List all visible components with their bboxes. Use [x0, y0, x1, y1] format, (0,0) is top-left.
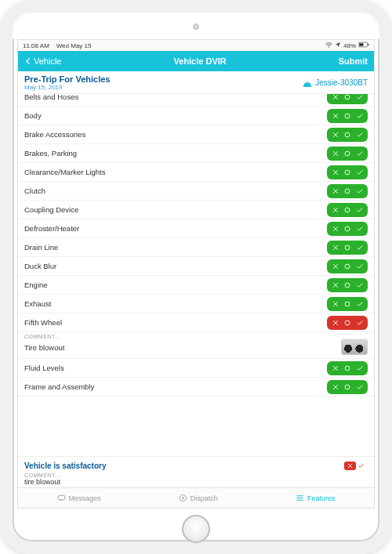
status-date: Wed May 15 [56, 42, 92, 49]
comment-label: COMMENT... [24, 334, 368, 339]
status-pill[interactable] [327, 259, 368, 273]
check-icon [356, 150, 364, 158]
x-icon [332, 281, 339, 289]
x-icon [332, 206, 339, 214]
inspection-row: Defroster/Heater [18, 219, 374, 238]
header-title: Vehicle DVIR [173, 56, 226, 66]
tab-messages-label: Messages [69, 494, 101, 502]
inspection-list: Belts and Hoses Body Brake Accessories B… [18, 94, 374, 456]
svg-point-14 [345, 226, 350, 231]
inspection-label: Engine [24, 281, 48, 289]
status-pill[interactable] [327, 241, 368, 255]
ios-status-bar: 11:08 AM Wed May 15 48% [18, 40, 374, 51]
x-icon [332, 94, 339, 101]
svg-rect-22 [58, 495, 64, 500]
inspection-label: Belts and Hoses [24, 94, 78, 101]
back-button[interactable]: Vehicle [24, 56, 61, 66]
comment-text: Tire blowout [24, 343, 64, 352]
x-icon [332, 244, 339, 252]
circle-icon [343, 263, 351, 270]
submit-button[interactable]: Submit [339, 56, 368, 66]
dispatch-icon [179, 494, 187, 502]
status-pill[interactable] [327, 203, 368, 217]
subheader: Pre-Trip For Vehicles May 15, 2019 Jessi… [18, 71, 374, 94]
form-title: Pre-Trip For Vehicles [24, 74, 110, 84]
messages-icon [57, 494, 66, 502]
inspection-label: Drain Line [24, 243, 58, 252]
status-pill[interactable] [327, 94, 368, 104]
circle-icon [343, 225, 351, 233]
circle-icon [343, 244, 351, 252]
features-icon [296, 494, 304, 502]
circle-icon [343, 319, 351, 327]
status-pill[interactable] [327, 316, 368, 330]
svg-point-7 [345, 95, 350, 100]
check-icon [356, 300, 364, 308]
comment-block: COMMENT... Tire blowout [18, 332, 374, 359]
inspection-row: Brakes, Parking [18, 144, 374, 163]
status-pill[interactable] [327, 147, 368, 161]
summary-pill[interactable] [341, 459, 368, 472]
inspection-row: Clutch [18, 182, 374, 201]
status-pill[interactable] [327, 165, 368, 179]
tab-features[interactable]: Features [296, 494, 336, 502]
status-pill[interactable] [327, 128, 368, 142]
status-pill[interactable] [327, 380, 368, 394]
svg-point-19 [345, 320, 350, 325]
status-pill[interactable] [327, 184, 368, 198]
tab-dispatch[interactable]: Dispatch [179, 494, 218, 502]
tab-features-label: Features [307, 494, 336, 502]
check-icon [356, 244, 364, 252]
x-icon [347, 462, 354, 469]
photo-thumbnail[interactable] [341, 339, 368, 355]
status-pill[interactable] [327, 109, 368, 123]
inspection-row: Frame and Assembly [18, 378, 374, 396]
inspection-row: Engine [18, 276, 374, 295]
check-icon [358, 462, 365, 469]
tab-dispatch-label: Dispatch [191, 494, 218, 502]
svg-point-17 [345, 283, 350, 288]
status-pill[interactable] [327, 361, 368, 375]
x-icon [332, 300, 339, 308]
check-icon [356, 112, 364, 120]
check-icon [356, 206, 364, 214]
location-icon [335, 42, 341, 49]
inspection-row: Brake Accessories [18, 125, 374, 144]
inspection-row: Coupling Device [18, 201, 374, 219]
check-icon [356, 187, 364, 195]
check-icon [356, 319, 364, 327]
circle-icon [343, 383, 351, 391]
app-header: Vehicle Vehicle DVIR Submit [18, 51, 374, 71]
inspection-row: Exhaust [18, 295, 374, 313]
circle-icon [343, 150, 351, 158]
svg-point-20 [345, 366, 350, 371]
tab-messages[interactable]: Messages [57, 494, 101, 502]
status-pill[interactable] [327, 278, 368, 292]
inspection-row: Duck Blur [18, 257, 374, 276]
check-icon [356, 225, 364, 233]
wifi-icon [325, 42, 332, 50]
circle-icon [343, 94, 351, 101]
svg-point-16 [345, 264, 350, 269]
svg-point-8 [345, 114, 350, 118]
home-button[interactable] [182, 515, 210, 543]
circle-icon [343, 112, 351, 120]
inspection-row: Belts and Hoses [18, 94, 374, 107]
battery-pct: 48% [343, 42, 356, 49]
inspection-label: Fluid Levels [24, 364, 64, 372]
inspection-row: Clearance/Marker Lights [18, 163, 374, 182]
inspection-row: Fluid Levels [18, 359, 374, 378]
ipad-camera [193, 24, 199, 30]
svg-point-11 [345, 170, 350, 175]
svg-point-5 [303, 85, 305, 87]
status-time: 11:08 AM [23, 42, 49, 49]
x-icon [332, 383, 339, 391]
vehicle-tag[interactable]: Jessie-3030BT [303, 78, 368, 88]
summary-block: Vehicle is satisfactory COMMENT... tire … [18, 456, 374, 487]
circle-icon [343, 206, 351, 214]
status-pill[interactable] [327, 297, 368, 311]
svg-point-10 [345, 151, 350, 156]
inspection-label: Defroster/Heater [24, 224, 79, 233]
status-pill[interactable] [327, 222, 368, 236]
svg-point-21 [345, 385, 350, 389]
